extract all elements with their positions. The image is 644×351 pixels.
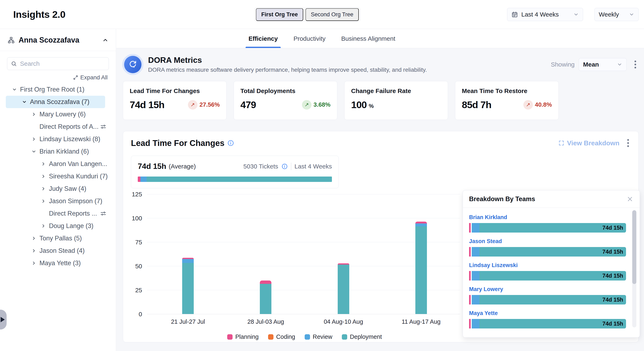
gridline-50 — [147, 266, 460, 266]
date-range-select[interactable]: Last 4 Weeks — [507, 8, 583, 21]
tree-item-tony-pallas-5[interactable]: Tony Pallas (5) — [0, 232, 116, 244]
sidebar-expand-handle[interactable] — [0, 310, 6, 329]
team-name-link[interactable]: Lindsay Liszewski — [469, 262, 518, 268]
trend-up-icon: ↗ — [524, 100, 533, 110]
phase-distribution-bar — [138, 177, 332, 182]
chart-y-axis: 0255075100125 — [123, 194, 145, 314]
bar-segment-deployment[interactable] — [182, 263, 194, 314]
tree-item-maya-yette-3[interactable]: Maya Yette (3) — [0, 257, 116, 269]
chevron-right-icon[interactable] — [41, 223, 46, 228]
tree-item-lindsay-liszewski-8[interactable]: Lindsay Liszewski (8) — [0, 133, 116, 145]
info-icon[interactable] — [228, 140, 234, 146]
breakdown-by-teams-card: Breakdown By Teams Brian Kirkland74d 15h… — [463, 190, 640, 337]
tree-item-label: Mary Lowery (6) — [40, 111, 86, 118]
team-row-jason-stead: Jason Stead74d 15h — [469, 238, 626, 256]
tree-item-direct-reports[interactable]: Direct Reports ... — [0, 207, 116, 220]
chevron-right-icon[interactable] — [41, 161, 46, 166]
tree-item-jason-simpson-7[interactable]: Jason Simpson (7) — [0, 195, 116, 207]
metric-card-value-row: 479↗3.68% — [240, 99, 330, 110]
chevron-down-icon[interactable] — [12, 87, 17, 92]
dora-header: DORA Metrics DORA metrics measure softwa… — [123, 56, 638, 73]
chevron-right-icon[interactable] — [41, 199, 46, 204]
calendar-icon — [512, 11, 518, 18]
org-tree-toggle-first-org-tree[interactable]: First Org Tree — [256, 8, 303, 21]
legend-item-coding[interactable]: Coding — [268, 333, 295, 340]
bar-segment-planning[interactable] — [260, 280, 272, 284]
phase-segment-deployment — [147, 177, 332, 182]
chevron-right-icon[interactable] — [32, 261, 37, 266]
dora-kebab-menu[interactable] — [632, 59, 638, 70]
filter-sliders-icon[interactable] — [100, 124, 106, 130]
tree-item-label: Direct Reports ... — [49, 210, 97, 217]
tree-item-aaron-van-langen[interactable]: Aaron Van Langen... — [0, 158, 116, 170]
legend-item-review[interactable]: Review — [305, 333, 332, 340]
team-name-link[interactable]: Brian Kirkland — [469, 214, 507, 221]
tab-productivity[interactable]: Productivity — [292, 29, 327, 48]
team-name-link[interactable]: Maya Yette — [469, 310, 498, 316]
legend-item-deployment[interactable]: Deployment — [342, 333, 382, 340]
tree-item-brian-kirkland-6[interactable]: Brian Kirkland (6) — [0, 145, 116, 158]
tree-item-first-org-tree-root-1[interactable]: First Org Tree Root (1) — [0, 83, 116, 96]
average-summary-card: 74d 15h (Average) 5030 Tickets Last 4 We… — [131, 156, 339, 188]
legend-item-planning[interactable]: Planning — [227, 333, 258, 340]
bar-segment-deployment[interactable] — [415, 226, 427, 314]
chevron-right-icon[interactable] — [32, 112, 37, 117]
bar-segment-planning[interactable] — [415, 222, 427, 223]
tree-item-judy-saw-4[interactable]: Judy Saw (4) — [0, 183, 116, 195]
granularity-select[interactable]: Weekly — [594, 8, 639, 21]
view-breakdown-label: View Breakdown — [567, 139, 620, 147]
tree-item-mary-lowery-6[interactable]: Mary Lowery (6) — [0, 108, 116, 121]
trend-delta: 40.8% — [535, 101, 552, 108]
aggregation-select[interactable]: Mean — [579, 58, 627, 71]
chevron-down-icon[interactable] — [32, 149, 37, 154]
team-name-link[interactable]: Mary Lowery — [469, 286, 503, 292]
tree-item-anna-scozzafava-7[interactable]: Anna Scozzafava (7) — [0, 96, 116, 108]
bar-segment-review[interactable] — [182, 259, 194, 263]
chevron-down-icon — [573, 12, 579, 17]
y-tick-label: 0 — [138, 311, 142, 318]
bar-11-aug-17-aug[interactable] — [415, 222, 427, 314]
search-input[interactable] — [20, 60, 105, 67]
trend-badge: ↗40.8% — [524, 100, 552, 110]
bar-04-aug-10-aug[interactable] — [338, 263, 349, 314]
tree-item-sireesha-kunduri-7[interactable]: Sireesha Kunduri (7) — [0, 170, 116, 183]
bar-segment-review[interactable] — [415, 223, 427, 226]
team-name-link[interactable]: Jason Stead — [469, 238, 502, 244]
bar-28-jul-03-aug[interactable] — [260, 280, 272, 314]
chevron-right-icon[interactable] — [41, 174, 46, 179]
tree-item-direct-reports-of-a[interactable]: Direct Reports of A... — [0, 121, 116, 133]
chevron-right-icon[interactable] — [32, 137, 37, 142]
tree-item-label: Lindsay Liszewski (8) — [40, 135, 100, 143]
bar-21-jul-27-jul[interactable] — [182, 258, 194, 314]
tree-item-jason-stead-4[interactable]: Jason Stead (4) — [0, 244, 116, 257]
scrollbar-thumb[interactable] — [632, 210, 636, 284]
filter-sliders-icon[interactable] — [100, 210, 106, 217]
average-suffix: (Average) — [169, 163, 196, 170]
chevron-right-icon[interactable] — [32, 248, 37, 253]
chevron-up-icon[interactable] — [102, 37, 108, 43]
gridline-0 — [147, 314, 460, 314]
search-icon — [11, 61, 17, 67]
chevron-right-icon[interactable] — [41, 186, 46, 191]
bar-segment-deployment[interactable] — [338, 265, 349, 314]
lead-time-title: Lead Time For Changes — [131, 139, 224, 148]
tab-efficiency[interactable]: Efficiency — [247, 29, 279, 48]
insights-app: Insights 2.0 First Org TreeSecond Org Tr… — [0, 0, 644, 351]
tree-item-doug-lange-3[interactable]: Doug Lange (3) — [0, 220, 116, 232]
team-value: 74d 15h — [602, 297, 623, 303]
expand-all-button[interactable]: Expand All — [0, 74, 108, 81]
chevron-down-icon[interactable] — [22, 99, 27, 104]
team-bar-segment-planning — [469, 247, 471, 256]
showing-label: Showing — [551, 61, 574, 68]
scrollbar-track[interactable] — [632, 210, 636, 327]
chevron-right-icon[interactable] — [32, 236, 37, 241]
info-icon[interactable] — [282, 163, 288, 170]
close-icon[interactable] — [626, 196, 634, 203]
tab-business-alignment[interactable]: Business Alignment — [340, 29, 396, 48]
bar-segment-deployment[interactable] — [260, 284, 272, 314]
dora-title: DORA Metrics — [148, 56, 427, 65]
org-tree-toggle-second-org-tree[interactable]: Second Org Tree — [306, 8, 359, 21]
team-row-mary-lowery: Mary Lowery74d 15h — [469, 286, 626, 304]
view-breakdown-button[interactable]: View Breakdown — [558, 139, 620, 147]
lead-time-kebab-menu[interactable] — [625, 138, 631, 148]
